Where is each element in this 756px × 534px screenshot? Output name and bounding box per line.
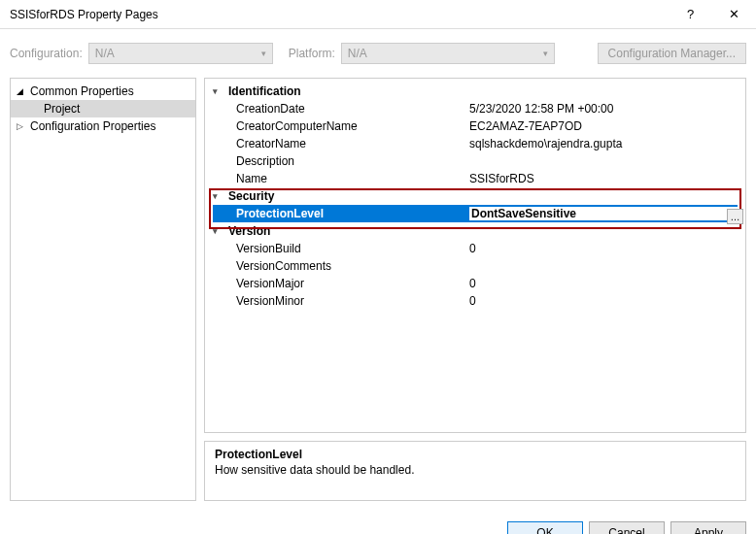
footer: OK Cancel Apply [0,511,756,534]
property-grid: ▾Identification CreationDate5/23/2020 12… [204,78,746,433]
value: 0 [469,242,738,255]
category-version[interactable]: ▾Version [213,222,738,240]
chevron-down-icon: ▾ [261,49,266,58]
key: Name [213,172,469,185]
key: VersionComments [213,259,469,273]
chevron-down-icon: ▾ [543,49,548,58]
tree-label: Common Properties [30,84,134,98]
titlebar: SSISforRDS Property Pages ? ✕ [0,0,756,29]
description-pane: ProtectionLevel How sensitive data shoul… [204,441,746,501]
category-identification[interactable]: ▾Identification [213,83,738,100]
tree: ◢ Common Properties Project ▷ Configurat… [10,78,196,501]
value: 0 [469,294,738,308]
row-creationdate[interactable]: CreationDate5/23/2020 12:58 PM +00:00 [213,100,738,117]
right-column: ▾Identification CreationDate5/23/2020 12… [204,78,746,501]
row-description[interactable]: Description [213,152,738,170]
row-versionmajor[interactable]: VersionMajor0 [213,275,738,292]
collapse-icon: ▾ [213,226,223,236]
platform-label: Platform: [289,47,335,60]
key: VersionMinor [213,294,469,308]
ellipsis-button[interactable]: … [727,209,743,224]
row-protectionlevel[interactable]: ProtectionLevelDontSaveSensitive [213,205,738,222]
tree-project[interactable]: Project [11,100,195,117]
configuration-combo[interactable]: N/A ▾ [88,43,273,64]
ok-button[interactable]: OK [507,521,583,534]
platform-value: N/A [348,47,367,60]
row-name[interactable]: NameSSISforRDS [213,170,738,187]
tree-label: Configuration Properties [30,119,155,133]
tree-label: Project [44,102,80,116]
key: Description [213,154,469,168]
row-versionbuild[interactable]: VersionBuild0 [213,240,738,257]
tree-collapse-icon: ◢ [17,86,26,96]
tree-expand-icon: ▷ [17,121,26,131]
key: CreatorComputerName [213,119,469,133]
description-text: How sensitive data should be handled. [215,463,736,477]
row-versionminor[interactable]: VersionMinor0 [213,292,738,310]
collapse-icon: ▾ [213,191,223,201]
value: EC2AMAZ-7EAP7OD [469,119,738,133]
value: 0 [469,277,738,290]
configuration-label: Configuration: [10,47,83,60]
key: CreatorName [213,137,469,150]
value: sqlshackdemo\rajendra.gupta [469,137,738,150]
row-versioncomments[interactable]: VersionComments [213,257,738,275]
tree-configuration-properties[interactable]: ▷ Configuration Properties [11,117,195,135]
key: VersionMajor [213,277,469,290]
key: VersionBuild [213,242,469,255]
tree-common-properties[interactable]: ◢ Common Properties [11,83,195,100]
body: ◢ Common Properties Project ▷ Configurat… [0,68,756,511]
collapse-icon: ▾ [213,86,223,96]
description-title: ProtectionLevel [215,448,736,461]
key: CreationDate [213,102,469,116]
cancel-button[interactable]: Cancel [589,521,665,534]
row-creatorname[interactable]: CreatorNamesqlshackdemo\rajendra.gupta [213,135,738,152]
value: 5/23/2020 12:58 PM +00:00 [469,102,738,116]
window-title: SSISforRDS Property Pages [10,8,669,21]
value: DontSaveSensitive [469,207,738,220]
value: SSISforRDS [469,172,738,185]
toolbar: Configuration: N/A ▾ Platform: N/A ▾ Con… [0,39,756,68]
help-button[interactable]: ? [669,0,712,29]
close-button[interactable]: ✕ [712,0,756,29]
key: ProtectionLevel [213,207,469,220]
apply-button[interactable]: Apply [670,521,746,534]
configuration-value: N/A [95,47,115,60]
platform-combo[interactable]: N/A ▾ [341,43,555,64]
category-security[interactable]: ▾Security [213,187,738,205]
row-creatorcomputername[interactable]: CreatorComputerNameEC2AMAZ-7EAP7OD [213,117,738,135]
configuration-manager-button[interactable]: Configuration Manager... [598,43,746,64]
